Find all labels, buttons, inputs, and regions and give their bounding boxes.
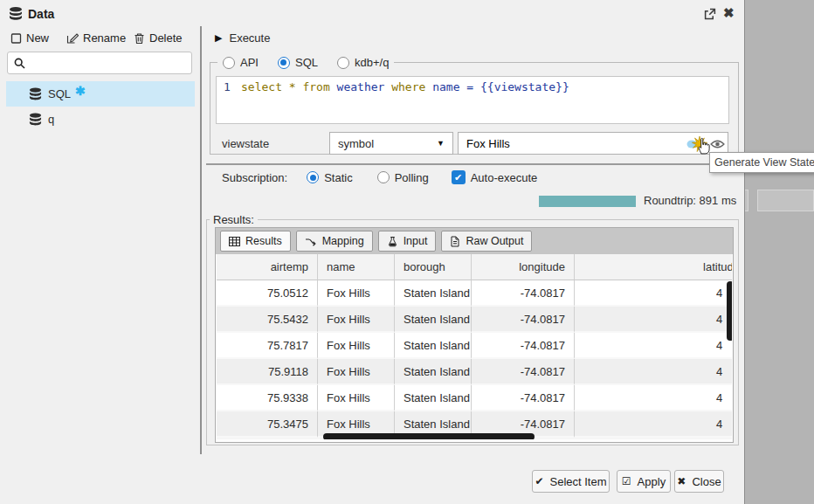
mode-api-label: API — [240, 56, 259, 69]
table-cell: Fox Hills — [318, 307, 395, 333]
apply-label: Apply — [638, 475, 666, 488]
table-row[interactable]: 75.5432Fox HillsStaten Island-74.08174 — [217, 307, 732, 333]
column-header: latitude — [575, 254, 732, 280]
chevron-down-icon: ▼ — [437, 139, 445, 148]
pencil-icon — [66, 32, 79, 45]
eye-icon[interactable] — [710, 139, 725, 149]
data-dialog: Data ✖ New Rename Delete — [0, 0, 745, 504]
popout-icon[interactable] — [704, 8, 716, 20]
delete-button[interactable]: Delete — [134, 31, 183, 45]
close-x-icon: ✖ — [677, 475, 686, 487]
execute-button[interactable]: ▶ Execute — [215, 29, 270, 46]
static-label: Static — [324, 171, 353, 184]
item-label: q — [48, 113, 54, 126]
line-number: 1 — [224, 80, 231, 93]
table-cell: -74.0817 — [472, 280, 575, 307]
table-cell: 75.9118 — [217, 359, 318, 385]
tab-raw-output[interactable]: Raw Output — [441, 231, 532, 252]
sidebar-item-q[interactable]: q — [6, 107, 195, 132]
code-editor[interactable]: 1 select * from weather where name = {{v… — [216, 76, 729, 124]
table-cell: Fox Hills — [318, 385, 395, 411]
column-header: name — [318, 254, 395, 280]
mode-kdbq-label: kdb+/q — [355, 56, 389, 69]
select-item-label: Select Item — [550, 475, 607, 488]
tab-mapping[interactable]: Mapping — [296, 231, 373, 252]
code-line: select * from weather where name = {{vie… — [241, 80, 569, 93]
table-cell: Staten Island — [395, 359, 472, 385]
table-cell: 4 — [575, 385, 732, 411]
checkbox-check-icon: ☑ — [622, 475, 631, 487]
auto-execute-label: Auto-execute — [471, 171, 538, 184]
table-cell: Staten Island — [395, 385, 472, 411]
delete-label: Delete — [149, 31, 183, 45]
table-cell: -74.0817 — [472, 333, 575, 359]
close-button[interactable]: ✖ Close — [674, 470, 724, 493]
table-cell: -74.0817 — [472, 359, 575, 385]
select-item-button[interactable]: ✔ Select Item — [532, 470, 610, 493]
checkbox-icon: ✔ — [452, 170, 466, 184]
static-radio[interactable]: Static — [307, 171, 353, 184]
table-row[interactable]: 75.9338Fox HillsStaten Island-74.08174 — [217, 385, 732, 411]
table-cell: 4 — [575, 280, 732, 307]
new-button[interactable]: New — [10, 31, 49, 45]
vertical-scrollbar[interactable] — [727, 281, 732, 341]
radio-icon — [278, 57, 290, 69]
results-legend: Results: — [210, 213, 258, 226]
rename-button[interactable]: Rename — [66, 31, 126, 45]
table-row[interactable]: 75.0512Fox HillsStaten Island-74.08174 — [217, 280, 732, 307]
apply-button[interactable]: ☑ Apply — [617, 470, 671, 493]
table-cell: 75.0512 — [217, 280, 318, 307]
tab-input[interactable]: Input — [378, 231, 437, 252]
table-cell: 4 — [575, 411, 732, 438]
subscription-label: Subscription: — [222, 171, 287, 184]
sidebar-item-sql[interactable]: SQL ✱ — [6, 81, 195, 107]
search-icon — [14, 58, 25, 69]
radio-icon — [337, 57, 349, 69]
mode-sql-radio[interactable]: SQL — [278, 56, 318, 69]
search-box — [7, 52, 192, 74]
close-icon[interactable]: ✖ — [723, 5, 735, 21]
new-icon — [10, 32, 22, 45]
viewstate-label: viewstate — [222, 137, 269, 150]
table-cell: 4 — [575, 333, 732, 359]
flask-icon — [387, 236, 398, 247]
play-icon: ▶ — [215, 32, 222, 44]
table-cell: 75.7817 — [217, 333, 318, 359]
roundtrip-text: Roundtrip: 891 ms — [644, 194, 736, 207]
dialog-title: Data — [28, 7, 54, 21]
tab-label: Input — [404, 235, 428, 247]
table-cell: -74.0817 — [472, 385, 575, 411]
viewstate-row: viewstate symbol ▼ — [216, 132, 735, 156]
table-cell: 4 — [575, 359, 732, 385]
tab-results[interactable]: Results — [220, 231, 291, 252]
query-mode-group: API SQL kdb+/q 1 select * from weather w… — [210, 56, 739, 155]
table-cell: -74.0817 — [472, 307, 575, 333]
mode-kdbq-radio[interactable]: kdb+/q — [337, 56, 389, 69]
viewstate-value-input[interactable] — [459, 133, 668, 154]
tooltip: Generate View State — [709, 152, 814, 173]
trash-icon — [134, 32, 145, 45]
auto-execute-checkbox[interactable]: ✔ Auto-execute — [452, 170, 538, 184]
table-cell: Fox Hills — [318, 359, 395, 385]
results-tab-strip: Results Mapping Input — [216, 228, 733, 254]
tab-label: Raw Output — [466, 235, 523, 247]
database-icon — [29, 87, 42, 101]
table-cell: Fox Hills — [318, 333, 395, 359]
viewstate-type-dropdown[interactable]: symbol ▼ — [329, 132, 453, 155]
table-cell: Staten Island — [395, 280, 472, 307]
table-cell: Staten Island — [395, 307, 472, 333]
polling-radio[interactable]: Polling — [377, 171, 429, 184]
horizontal-scrollbar[interactable] — [323, 433, 535, 439]
check-icon: ✔ — [535, 475, 543, 487]
search-input[interactable] — [31, 57, 179, 70]
table-row[interactable]: 75.7817Fox HillsStaten Island-74.08174 — [217, 333, 732, 359]
mode-api-radio[interactable]: API — [223, 56, 259, 69]
table-cell: 4 — [575, 307, 732, 333]
tab-label: Results — [245, 235, 282, 247]
document-icon — [450, 236, 460, 247]
results-table: airtempnameboroughlongitudelatitude75.05… — [217, 254, 732, 439]
table-row[interactable]: 75.9118Fox HillsStaten Island-74.08174 — [217, 359, 732, 385]
column-header: longitude — [472, 254, 575, 280]
table-cell: 75.3475 — [217, 411, 318, 438]
polling-label: Polling — [395, 171, 429, 184]
